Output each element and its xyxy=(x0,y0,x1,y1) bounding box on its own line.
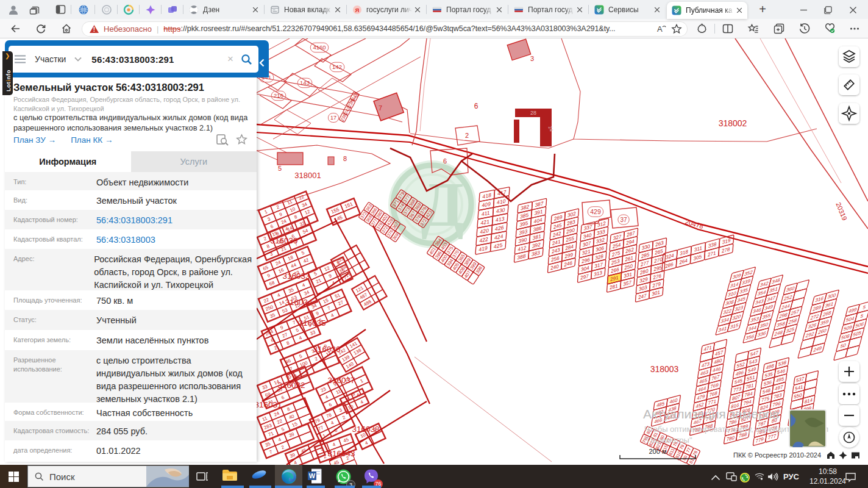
svg-text:3: 3 xyxy=(530,55,534,62)
svg-text:316031: 316031 xyxy=(257,400,282,409)
svg-text:316043: 316043 xyxy=(327,449,355,458)
svg-text:216: 216 xyxy=(274,92,283,99)
svg-text:316034: 316034 xyxy=(285,298,313,307)
svg-text:429: 429 xyxy=(590,208,601,215)
svg-text:2: 2 xyxy=(465,132,469,139)
svg-text:6: 6 xyxy=(443,157,447,165)
svg-text:5: 5 xyxy=(278,165,282,172)
svg-text:A: A xyxy=(657,24,663,34)
svg-text:316037: 316037 xyxy=(327,376,355,385)
svg-text:316032: 316032 xyxy=(277,381,305,390)
svg-text:8: 8 xyxy=(343,155,347,162)
svg-text:17: 17 xyxy=(330,115,336,121)
svg-text:316036: 316036 xyxy=(313,345,340,354)
svg-text:ПКК © Росреестр 2010-2024: ПКК © Росреестр 2010-2024 xyxy=(733,451,821,459)
svg-text:316035: 316035 xyxy=(298,318,326,328)
svg-text:37: 37 xyxy=(620,217,627,223)
svg-text:4160: 4160 xyxy=(313,44,326,51)
svg-text:143: 143 xyxy=(300,79,310,86)
svg-text:316038: 316038 xyxy=(352,425,379,434)
svg-text:Я: Я xyxy=(355,6,360,13)
svg-text:318002: 318002 xyxy=(719,118,747,128)
svg-text:28: 28 xyxy=(530,110,536,116)
svg-text:142: 142 xyxy=(332,63,342,70)
svg-text:200 м: 200 м xyxy=(649,448,667,455)
svg-text:318001: 318001 xyxy=(294,171,321,180)
svg-text:6: 6 xyxy=(474,102,478,110)
svg-text:!: ! xyxy=(93,26,95,33)
svg-text:318003: 318003 xyxy=(650,364,679,374)
svg-text:316033: 316033 xyxy=(282,271,310,281)
svg-text:"Параметры": "Параметры" xyxy=(644,436,692,445)
svg-text:316039: 316039 xyxy=(270,236,297,245)
svg-text:Д: Д xyxy=(421,169,464,239)
svg-text:Актуализация замеров: Актуализация замеров xyxy=(643,407,779,421)
svg-text:7: 7 xyxy=(379,104,382,112)
svg-text:W: W xyxy=(309,472,316,479)
